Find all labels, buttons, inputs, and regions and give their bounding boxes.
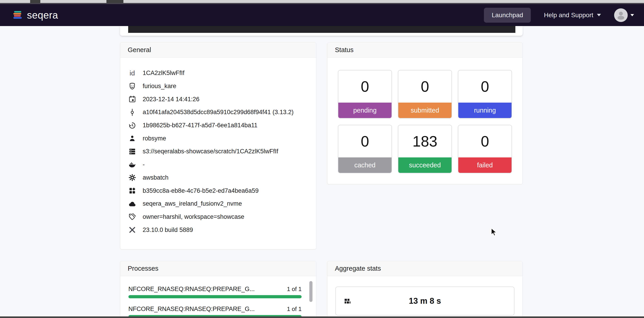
general-row: furious_kare [128,80,316,93]
general-value: a10f41afa204538d5dcc89a5910c299d68f94f41… [143,109,294,116]
status-card: Status 0pending0submitted0running0cached… [327,42,523,184]
general-value: 23.10.0 build 5889 [143,226,193,234]
status-tile-succeeded[interactable]: 183succeeded [398,125,452,173]
process-progress-fill [128,295,302,298]
process-item-header: NFCORE_RNASEQ:RNASEQ:PREPARE_G...1 of 1 [128,284,302,294]
status-label: succeeded [398,158,452,173]
general-card: General id1CA2zlK5lwFfIffurious_kare2023… [120,42,316,249]
general-value: 1CA2zlK5lwFfIf [143,70,184,76]
status-count: 0 [338,70,392,102]
general-row: seqera_aws_ireland_fusionv2_nvme [128,197,316,210]
nextflow-icon [128,226,137,234]
general-value: 1b98625b-b627-417f-a5d7-6ee1a814ba11 [143,122,258,129]
status-title: Status [335,46,354,54]
processes-card: Processes NFCORE_RNASEQ:RNASEQ:PREPARE_G… [120,261,316,318]
general-card-header: General [120,42,316,58]
status-tile-pending[interactable]: 0pending [338,70,392,118]
process-task-count: 1 of 1 [287,306,302,312]
general-value: robsyme [143,135,166,142]
general-row: b359cc8a-eb8e-4c76-b5e2-ed7a4bea6a59 [128,184,316,197]
general-row: s3://seqeralabs-showcase/scratch/1CA2zlK… [128,145,316,158]
history-icon [128,122,137,129]
calendar-icon [128,95,137,103]
aggregate-stats-title: Aggregate stats [335,265,381,272]
chevron-down-icon [630,14,634,16]
brand-text: seqera [27,10,58,21]
launchpad-button[interactable]: Launchpad [484,8,531,23]
process-item[interactable]: NFCORE_RNASEQ:RNASEQ:PREPARE_G...1 of 1 [128,304,302,318]
general-value: seqera_aws_ireland_fusionv2_nvme [143,200,242,207]
commit-icon [128,108,137,116]
status-label: cached [338,158,392,173]
scrollbar-thumb[interactable] [309,281,312,302]
general-title: General [128,46,151,54]
general-value: s3://seqeralabs-showcase/scratch/1CA2zlK… [143,148,278,155]
screen: seqera Launchpad Help and Support [0,0,644,318]
general-row: robsyme [128,132,316,145]
process-item-header: NFCORE_RNASEQ:RNASEQ:PREPARE_G...1 of 1 [128,304,302,314]
status-count: 0 [338,125,392,158]
browser-tab-edge [106,0,124,3]
browser-tab-edge [30,0,40,3]
avatar [614,8,628,22]
general-value: furious_kare [143,83,176,90]
general-rows: id1CA2zlK5lwFfIffurious_kare2023-12-14 1… [120,58,316,236]
id-label: id [128,69,137,77]
general-row: owner=harshil, workspace=showcase [128,210,316,224]
general-row: - [128,158,316,171]
navbar-right: Launchpad Help and Support [484,8,634,23]
screen-bottom-edge [0,316,644,318]
status-count: 183 [398,125,452,158]
walltime-stat: 13 m 8 s [335,286,514,316]
general-row: 1b98625b-b627-417f-a5d7-6ee1a814ba11 [128,119,316,132]
masks-icon [128,82,137,90]
user-menu[interactable] [614,8,634,22]
seqera-logo[interactable]: seqera [12,10,58,21]
top-navbar: seqera Launchpad Help and Support [0,4,644,26]
walltime-value: 13 m 8 s [409,296,441,306]
process-name: NFCORE_RNASEQ:RNASEQ:PREPARE_G... [128,306,255,312]
status-count: 0 [458,125,512,158]
process-item[interactable]: NFCORE_RNASEQ:RNASEQ:PREPARE_G...1 of 1 [128,284,302,298]
command-card-partial [120,26,523,36]
seqera-logo-icon [12,10,22,20]
status-count: 0 [458,70,512,102]
status-tile-failed[interactable]: 0failed [458,125,512,173]
status-tile-cached[interactable]: 0cached [338,125,392,173]
server-icon [128,148,137,156]
status-label: running [458,102,512,118]
aggregate-stats-card: Aggregate stats 13 m 8 s [327,261,523,318]
general-value: - [143,161,145,168]
status-label: submitted [398,102,452,118]
process-list: NFCORE_RNASEQ:RNASEQ:PREPARE_G...1 of 1N… [120,276,316,318]
status-tile-submitted[interactable]: 0submitted [398,70,452,118]
gear-icon [128,174,137,182]
process-task-count: 1 of 1 [287,286,302,293]
processes-title: Processes [128,265,158,272]
general-value: awsbatch [143,174,168,181]
user-icon [128,134,137,142]
status-tile-running[interactable]: 0running [458,70,512,118]
browser-chrome-strip [0,0,644,4]
status-count: 0 [398,70,452,102]
mouse-cursor [490,228,498,237]
status-card-header: Status [328,42,522,58]
cloud-icon [128,200,137,208]
help-and-support-menu[interactable]: Help and Support [544,12,601,19]
general-value: b359cc8a-eb8e-4c76-b5e2-ed7a4bea6a59 [143,187,258,194]
general-row: awsbatch [128,171,316,184]
general-value: 2023-12-14 14:41:26 [143,96,200,103]
general-value: owner=harshil, workspace=showcase [143,213,244,220]
general-row: a10f41afa204538d5dcc89a5910c299d68f94f41… [128,106,316,119]
nextflow-command-box [128,26,516,33]
status-label: failed [458,158,512,173]
general-row: 23.10.0 build 5889 [128,223,316,236]
process-progress-bar [128,295,302,298]
apps-icon [128,187,137,194]
general-row: 2023-12-14 14:41:26 [128,93,316,106]
aggregate-stats-card-header: Aggregate stats [328,261,522,276]
tags-icon [128,213,137,220]
help-and-support-label: Help and Support [544,12,593,19]
process-name: NFCORE_RNASEQ:RNASEQ:PREPARE_G... [128,286,255,293]
status-tiles: 0pending0submitted0running0cached183succ… [328,58,522,173]
